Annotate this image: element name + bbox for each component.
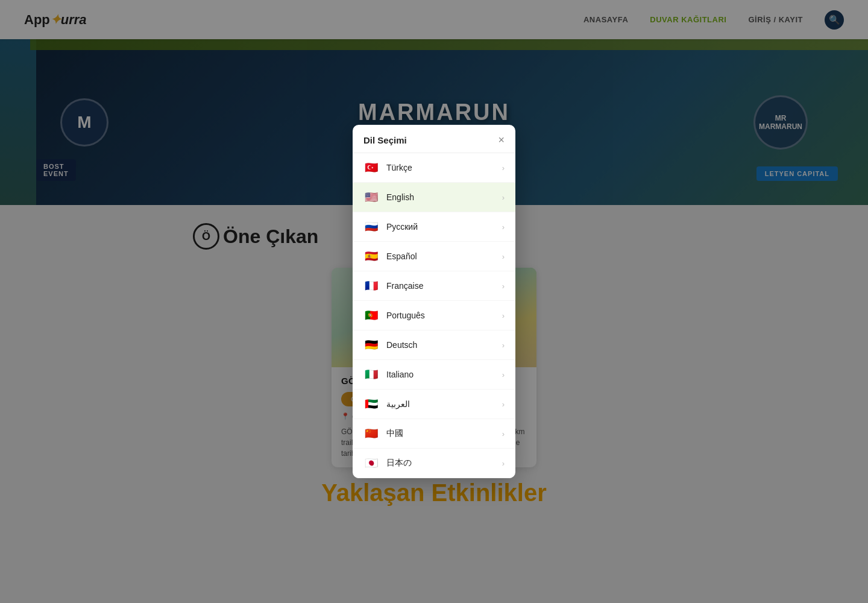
lang-item-zh[interactable]: 🇨🇳 中國 › (353, 419, 515, 449)
chevron-icon-ja: › (502, 459, 505, 468)
lang-item-ja[interactable]: 🇯🇵 日本の › (353, 449, 515, 478)
modal-title: Dil Seçimi (363, 135, 407, 145)
lang-left-it: 🇮🇹 Italiano (363, 367, 414, 382)
lang-item-fr[interactable]: 🇫🇷 Française › (353, 271, 515, 301)
chevron-icon-tr: › (502, 163, 505, 172)
flag-ja: 🇯🇵 (363, 455, 379, 471)
flag-fr: 🇫🇷 (363, 278, 379, 294)
flag-es: 🇪🇸 (363, 248, 379, 264)
lang-name-de: Deutsch (386, 340, 417, 350)
lang-name-fr: Française (386, 281, 423, 291)
lang-name-ru: Русский (386, 222, 418, 232)
lang-left-fr: 🇫🇷 Française (363, 278, 423, 294)
flag-de: 🇩🇪 (363, 337, 379, 353)
lang-left-ar: 🇦🇪 العربية (363, 396, 410, 412)
lang-name-tr: Türkçe (386, 163, 412, 172)
lang-name-pt: Português (386, 311, 425, 320)
lang-left-ru: 🇷🇺 Русский (363, 219, 418, 235)
lang-left-en: 🇺🇸 English (363, 189, 414, 205)
modal-close-button[interactable]: × (498, 134, 505, 145)
lang-name-ja: 日本の (386, 458, 412, 469)
lang-left-es: 🇪🇸 Español (363, 248, 417, 264)
flag-ar: 🇦🇪 (363, 396, 379, 412)
lang-item-en[interactable]: 🇺🇸 English › (353, 183, 515, 212)
chevron-icon-zh: › (502, 429, 505, 438)
lang-name-zh: 中國 (386, 428, 403, 439)
lang-item-de[interactable]: 🇩🇪 Deutsch › (353, 330, 515, 360)
flag-tr: 🇹🇷 (363, 160, 379, 175)
lang-item-tr[interactable]: 🇹🇷 Türkçe › (353, 153, 515, 183)
language-list: 🇹🇷 Türkçe › 🇺🇸 English › 🇷🇺 Русский › 🇪🇸… (353, 153, 515, 478)
chevron-icon-es: › (502, 252, 505, 261)
lang-name-en: English (386, 192, 414, 202)
lang-name-es: Español (386, 251, 417, 261)
flag-en: 🇺🇸 (363, 189, 379, 205)
lang-left-pt: 🇵🇹 Português (363, 308, 425, 323)
chevron-icon-en: › (502, 193, 505, 202)
lang-item-ru[interactable]: 🇷🇺 Русский › (353, 212, 515, 242)
language-modal: Dil Seçimi × 🇹🇷 Türkçe › 🇺🇸 English › 🇷🇺… (353, 125, 515, 478)
chevron-icon-fr: › (502, 282, 505, 291)
flag-pt: 🇵🇹 (363, 308, 379, 323)
lang-item-ar[interactable]: 🇦🇪 العربية › (353, 390, 515, 419)
lang-left-de: 🇩🇪 Deutsch (363, 337, 417, 353)
chevron-icon-pt: › (502, 311, 505, 320)
modal-header: Dil Seçimi × (353, 125, 515, 153)
lang-name-it: Italiano (386, 370, 414, 379)
chevron-icon-de: › (502, 341, 505, 350)
lang-left-tr: 🇹🇷 Türkçe (363, 160, 412, 175)
chevron-icon-ru: › (502, 223, 505, 232)
chevron-icon-it: › (502, 370, 505, 379)
lang-item-pt[interactable]: 🇵🇹 Português › (353, 301, 515, 330)
flag-it: 🇮🇹 (363, 367, 379, 382)
flag-zh: 🇨🇳 (363, 426, 379, 441)
lang-item-it[interactable]: 🇮🇹 Italiano › (353, 360, 515, 390)
lang-name-ar: العربية (386, 399, 410, 409)
lang-left-ja: 🇯🇵 日本の (363, 455, 412, 471)
chevron-icon-ar: › (502, 400, 505, 409)
flag-ru: 🇷🇺 (363, 219, 379, 235)
lang-left-zh: 🇨🇳 中國 (363, 426, 403, 441)
lang-item-es[interactable]: 🇪🇸 Español › (353, 242, 515, 271)
